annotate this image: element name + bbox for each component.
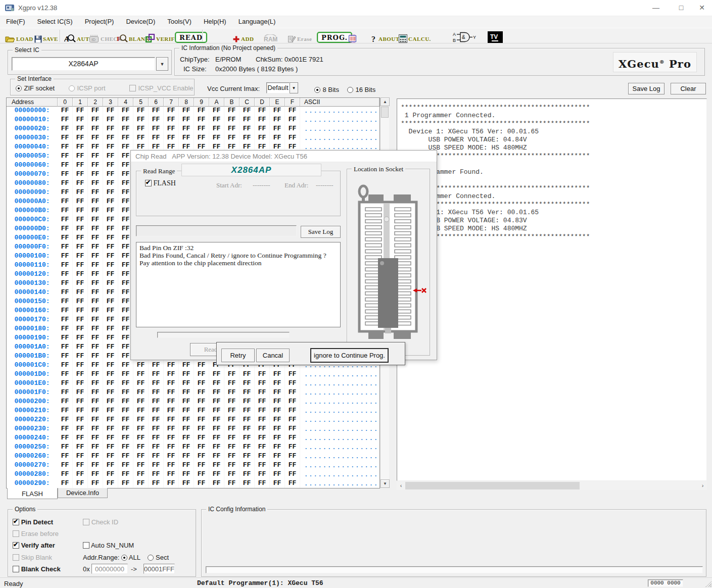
ic-combobox[interactable]: X2864AP [12, 57, 155, 71]
hex-byte-cell[interactable]: FF [285, 434, 300, 443]
hex-byte-cell[interactable]: FF [88, 443, 103, 452]
hex-byte-cell[interactable]: FF [133, 361, 149, 370]
menu-help[interactable]: Help(H) [198, 16, 232, 28]
hex-byte-cell[interactable]: FF [58, 261, 73, 270]
hex-byte-cell[interactable]: FF [240, 125, 255, 134]
hex-byte-cell[interactable]: FF [133, 425, 149, 434]
hex-byte-cell[interactable]: FF [149, 361, 164, 370]
hex-byte-cell[interactable]: FF [270, 134, 285, 143]
hex-byte-cell[interactable]: FF [103, 361, 118, 370]
hex-byte-cell[interactable]: FF [179, 125, 194, 134]
hex-byte-cell[interactable]: FF [224, 398, 240, 407]
maximize-button[interactable]: □ [671, 0, 691, 16]
hex-byte-cell[interactable]: FF [73, 343, 88, 352]
hex-byte-cell[interactable]: FF [73, 425, 88, 434]
hex-byte-cell[interactable]: FF [58, 361, 73, 370]
hex-byte-cell[interactable]: FF [194, 416, 209, 425]
hex-byte-cell[interactable]: FF [58, 216, 73, 225]
hex-byte-cell[interactable]: FF [270, 125, 285, 134]
hex-byte-cell[interactable]: FF [73, 361, 88, 370]
hex-byte-cell[interactable]: FF [103, 443, 118, 452]
hex-byte-cell[interactable]: FF [73, 325, 88, 334]
hex-byte-cell[interactable]: FF [209, 461, 224, 470]
hex-byte-cell[interactable]: FF [224, 479, 240, 488]
hex-byte-cell[interactable]: FF [149, 443, 164, 452]
ic-combobox-dropdown-button[interactable]: ▼ [156, 57, 168, 71]
hex-byte-cell[interactable]: FF [179, 388, 194, 398]
hex-byte-cell[interactable]: FF [103, 370, 118, 379]
hex-byte-cell[interactable]: FF [73, 216, 88, 225]
verify-after-checkbox[interactable]: ✔ Verify after [13, 542, 55, 549]
hex-byte-cell[interactable]: FF [73, 152, 88, 161]
ignore-continue-button[interactable]: ignore to Continue Prog. [311, 349, 388, 362]
clear-button[interactable]: Clear [671, 83, 706, 94]
hex-byte-cell[interactable]: FF [103, 170, 118, 179]
scrollbar-thumb[interactable] [405, 482, 580, 489]
hex-byte-cell[interactable]: FF [73, 243, 88, 252]
hex-ascii-cell[interactable]: ................ [300, 425, 379, 434]
hex-byte-cell[interactable]: FF [103, 107, 118, 116]
hex-byte-cell[interactable]: FF [88, 370, 103, 379]
toolbar-chip-button[interactable] [347, 29, 358, 43]
hex-byte-cell[interactable]: FF [194, 479, 209, 488]
hex-byte-cell[interactable]: FF [118, 134, 133, 143]
addr-from-input[interactable]: 00000000 [91, 564, 128, 574]
hex-byte-cell[interactable]: FF [149, 398, 164, 407]
hex-byte-cell[interactable]: FF [73, 207, 88, 216]
hex-byte-cell[interactable]: FF [255, 107, 270, 116]
menu-project[interactable]: Project(P) [79, 16, 120, 28]
hex-byte-cell[interactable]: FF [255, 125, 270, 134]
hex-byte-cell[interactable]: FF [88, 216, 103, 225]
hex-byte-cell[interactable]: FF [270, 461, 285, 470]
hex-byte-cell[interactable]: FF [179, 434, 194, 443]
hex-byte-cell[interactable]: FF [224, 388, 240, 398]
hex-byte-cell[interactable]: FF [58, 325, 73, 334]
hex-byte-cell[interactable]: FF [58, 479, 73, 488]
vcc-imax-dropdown-button[interactable]: ▼ [290, 82, 298, 93]
toolbar-about-button[interactable]: ?ABOUT [371, 29, 400, 43]
hex-byte-cell[interactable]: FF [58, 334, 73, 343]
hex-byte-cell[interactable]: FF [88, 316, 103, 325]
hex-byte-cell[interactable]: FF [88, 361, 103, 370]
hex-byte-cell[interactable]: FF [179, 379, 194, 388]
hex-byte-cell[interactable]: FF [88, 307, 103, 316]
toolbar-add-button[interactable]: ADD [232, 29, 254, 43]
hex-byte-cell[interactable]: FF [73, 388, 88, 398]
hex-byte-cell[interactable]: FF [255, 470, 270, 479]
hex-byte-cell[interactable]: FF [103, 461, 118, 470]
hex-byte-cell[interactable]: FF [88, 279, 103, 288]
hex-byte-cell[interactable]: FF [58, 198, 73, 207]
hex-byte-cell[interactable]: FF [240, 370, 255, 379]
hex-byte-cell[interactable]: FF [149, 116, 164, 125]
hex-byte-cell[interactable]: FF [164, 125, 179, 134]
hex-byte-cell[interactable]: FF [270, 107, 285, 116]
hex-byte-cell[interactable]: FF [270, 388, 285, 398]
blank-check-checkbox[interactable]: Blank Check [13, 565, 61, 573]
hex-byte-cell[interactable]: FF [73, 107, 88, 116]
hex-byte-cell[interactable]: FF [179, 452, 194, 461]
hex-byte-cell[interactable]: FF [103, 325, 118, 334]
log-horizontal-scrollbar[interactable]: ‹ › [397, 481, 707, 490]
hex-byte-cell[interactable]: FF [133, 443, 149, 452]
hex-byte-cell[interactable]: FF [73, 452, 88, 461]
hex-byte-cell[interactable]: FF [164, 134, 179, 143]
hex-byte-cell[interactable]: FF [270, 398, 285, 407]
hex-byte-cell[interactable]: FF [88, 425, 103, 434]
hex-byte-cell[interactable]: FF [103, 161, 118, 170]
hex-byte-cell[interactable]: FF [255, 443, 270, 452]
hex-byte-cell[interactable]: FF [285, 461, 300, 470]
hex-byte-cell[interactable]: FF [118, 470, 133, 479]
hex-byte-cell[interactable]: FF [118, 361, 133, 370]
hex-byte-cell[interactable]: FF [88, 161, 103, 170]
hex-byte-cell[interactable]: FF [58, 443, 73, 452]
hex-byte-cell[interactable]: FF [88, 407, 103, 416]
hex-byte-cell[interactable]: FF [209, 452, 224, 461]
hex-byte-cell[interactable]: FF [88, 343, 103, 352]
hex-byte-cell[interactable]: FF [285, 479, 300, 488]
hex-byte-cell[interactable]: FF [179, 470, 194, 479]
hex-byte-cell[interactable]: FF [58, 270, 73, 279]
menu-file[interactable]: File(F) [0, 16, 31, 28]
hex-byte-cell[interactable]: FF [73, 170, 88, 179]
hex-byte-cell[interactable]: FF [240, 134, 255, 143]
hex-byte-cell[interactable]: FF [103, 334, 118, 343]
